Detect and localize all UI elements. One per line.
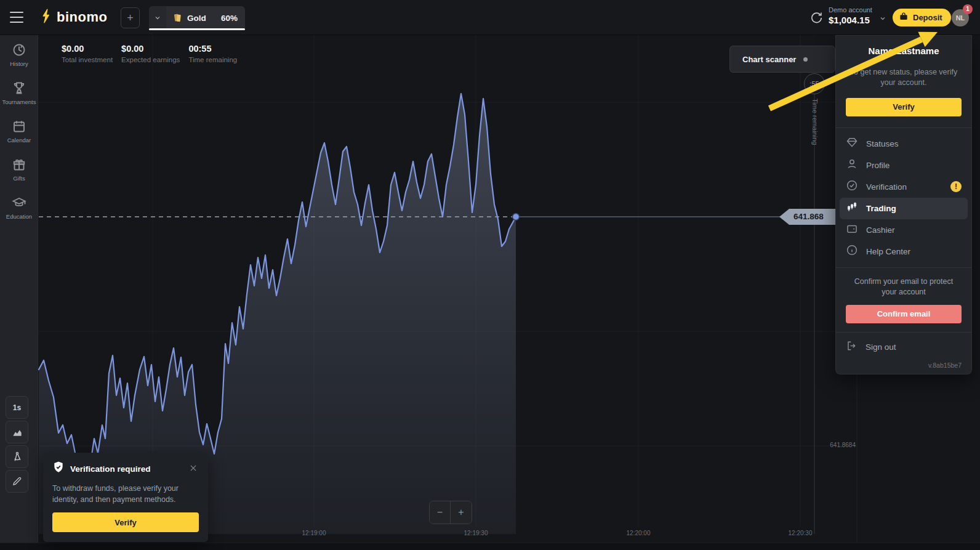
confirm-email-button[interactable]: Confirm email xyxy=(846,305,962,323)
sidebar-item-gifts[interactable]: Gifts xyxy=(0,150,38,188)
chart-type-button[interactable] xyxy=(6,421,28,443)
pencil-icon xyxy=(11,475,23,487)
email-hint: Confirm your email to protect your accou… xyxy=(846,277,962,297)
sidebar-item-history[interactable]: History xyxy=(0,35,38,73)
sidebar-item-label: History xyxy=(10,60,28,67)
account-switcher[interactable]: Demo account $1,004.15 xyxy=(829,6,872,25)
sign-out-label: Sign out xyxy=(866,342,896,352)
stat-value: $0.00 xyxy=(62,44,113,54)
logo-text: binomo xyxy=(57,9,107,25)
person-icon xyxy=(846,158,858,172)
chart-scanner-button[interactable]: Chart scanner xyxy=(729,46,835,73)
binomo-app: $0.00 Total investment $0.00 Expected ea… xyxy=(0,0,980,550)
menu-item-label: Verification xyxy=(866,182,907,192)
menu-item-trading[interactable]: Trading xyxy=(840,198,968,219)
stat-value: $0.00 xyxy=(121,44,180,54)
user-menu-header: Name Lastname To get new status, please … xyxy=(836,36,971,127)
gift-icon xyxy=(12,157,26,172)
verification-notification: Verification required To withdraw funds,… xyxy=(43,453,208,542)
time-remaining-axis-label: Time remaining xyxy=(811,99,819,145)
status-hint: To get new status, please verify your ac… xyxy=(846,67,962,88)
sign-out-button[interactable]: Sign out xyxy=(846,340,962,354)
trade-stat-expected-earnings: $0.00 Expected earnings xyxy=(121,44,180,63)
menu-item-label: Profile xyxy=(866,161,890,170)
zoom-in-button[interactable]: + xyxy=(451,501,472,524)
chevron-down-icon[interactable] xyxy=(149,6,166,30)
trophy-icon xyxy=(12,81,26,95)
interval-button[interactable]: 1s xyxy=(6,396,28,419)
sidebar-item-tournaments[interactable]: Tournaments xyxy=(0,73,38,111)
asset-name: Gold xyxy=(187,14,206,23)
email-confirm-section: Confirm your email to protect your accou… xyxy=(836,267,971,332)
stat-label: Time remaining xyxy=(188,56,237,63)
time-axis-label: 12:19:00 xyxy=(302,530,326,536)
sidebar-item-label: Tournaments xyxy=(2,99,36,105)
user-name: Name Lastname xyxy=(846,46,962,56)
menu-item-label: Cashier xyxy=(866,225,895,235)
wallet-icon xyxy=(846,222,858,237)
notification-title: Verification required xyxy=(70,464,151,474)
sidebar-item-calendar[interactable]: Calendar xyxy=(0,111,38,150)
chart-zoom-controls: − + xyxy=(429,501,472,524)
zoom-out-button[interactable]: − xyxy=(430,501,451,524)
notification-body: To withdraw funds, please verify your id… xyxy=(52,483,199,505)
verify-account-button[interactable]: Verify xyxy=(846,98,962,116)
add-asset-tab-button[interactable]: + xyxy=(121,7,140,28)
menu-item-cashier[interactable]: Cashier xyxy=(840,219,968,241)
notification-verify-button[interactable]: Verify xyxy=(52,512,199,532)
user-dropdown-menu: Name Lastname To get new status, please … xyxy=(835,35,972,374)
menu-item-help-center[interactable]: Help Center xyxy=(840,241,968,262)
shield-check-icon xyxy=(52,461,65,477)
menu-item-statuses[interactable]: Statuses xyxy=(840,133,968,155)
stat-value: 00:55 xyxy=(188,44,237,54)
chevron-down-icon[interactable] xyxy=(879,14,886,25)
asset-tab-gold[interactable]: Gold 60% xyxy=(149,6,245,30)
user-menu-footer: Sign out v.8ab15be7 xyxy=(836,332,971,374)
hamburger-menu-icon[interactable] xyxy=(10,12,23,23)
app-version: v.8ab15be7 xyxy=(846,362,962,369)
user-menu-items: Statuses Profile Verification ! Trading … xyxy=(836,127,971,267)
asset-payout: 60% xyxy=(221,14,238,23)
time-axis-label: 12:20:00 xyxy=(627,530,651,536)
calendar-icon xyxy=(12,119,26,134)
trade-stat-time-remaining: 00:55 Time remaining xyxy=(188,44,237,63)
purchase-countdown-badge: :55 xyxy=(804,73,825,94)
grid-price-label: 641.8684 xyxy=(794,442,856,448)
verification-alert-badge: ! xyxy=(950,181,962,192)
menu-item-verification[interactable]: Verification ! xyxy=(840,176,968,198)
trade-stats: $0.00 Total investment $0.00 Expected ea… xyxy=(62,44,237,63)
sidebar-item-label: Calendar xyxy=(7,137,31,144)
compass-icon xyxy=(11,451,23,463)
bottom-strip xyxy=(0,543,980,550)
history-icon xyxy=(12,42,26,57)
diamond-icon xyxy=(846,136,858,151)
binomo-logo: binomo xyxy=(41,8,107,26)
signout-icon xyxy=(846,340,857,354)
chart-scanner-label: Chart scanner xyxy=(742,55,796,64)
candlestick-icon xyxy=(846,201,858,216)
account-type-label: Demo account xyxy=(829,6,872,14)
sidebar-item-education[interactable]: Education xyxy=(0,188,38,226)
refresh-balance-icon[interactable] xyxy=(809,11,823,25)
education-icon xyxy=(12,195,26,210)
notification-count-badge: 1 xyxy=(963,4,973,14)
close-icon[interactable] xyxy=(188,463,199,474)
drawing-button[interactable] xyxy=(6,470,28,493)
time-axis-label: 12:19:30 xyxy=(464,530,488,536)
tool-label: 1s xyxy=(13,403,21,412)
gold-bars-icon xyxy=(172,12,183,24)
stat-label: Expected earnings xyxy=(121,56,180,63)
deposit-button[interactable]: Deposit xyxy=(893,9,951,26)
check-circle-icon xyxy=(846,179,858,194)
scanner-status-dot xyxy=(803,57,808,62)
bolt-icon xyxy=(41,8,53,26)
info-icon xyxy=(846,244,858,259)
stat-label: Total investment xyxy=(62,56,113,63)
indicators-button[interactable] xyxy=(6,445,28,468)
briefcase-icon xyxy=(899,12,909,23)
menu-item-profile[interactable]: Profile xyxy=(840,155,968,176)
time-axis-label: 12:20:30 xyxy=(789,530,813,536)
menu-item-label: Help Center xyxy=(866,247,910,256)
avatar[interactable]: NL 1 xyxy=(952,9,969,26)
menu-item-label: Statuses xyxy=(866,139,899,148)
